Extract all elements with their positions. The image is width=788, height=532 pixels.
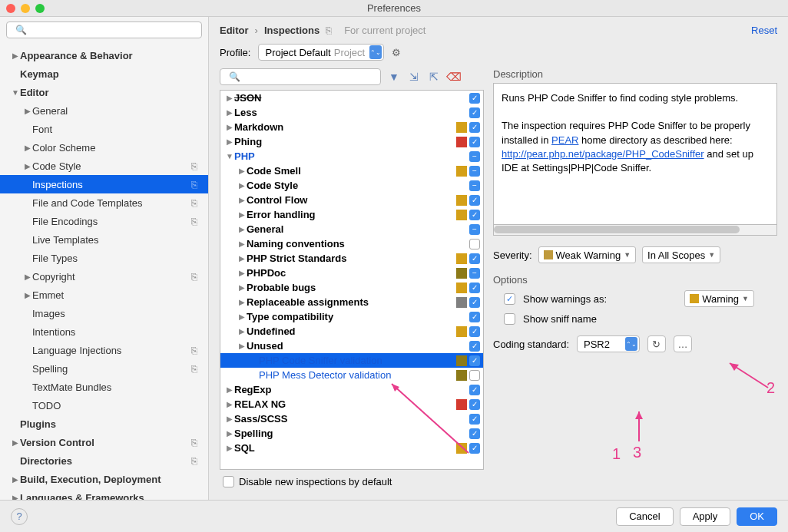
- inspection-checkbox[interactable]: ✓: [469, 297, 480, 308]
- inspection-checkbox[interactable]: −: [469, 166, 480, 177]
- inspection-checkbox[interactable]: ✓: [469, 355, 480, 366]
- cancel-button[interactable]: Cancel: [616, 507, 673, 526]
- filter-icon[interactable]: ▼: [387, 70, 401, 84]
- sidebar-item[interactable]: ▼Editor: [0, 83, 208, 101]
- inspection-row[interactable]: ▶Undefined✓: [220, 324, 483, 339]
- sidebar-item[interactable]: File Encodings⎘: [0, 212, 208, 230]
- inspection-row[interactable]: ▶Naming conventions: [220, 236, 483, 251]
- sidebar-item[interactable]: Plugins: [0, 415, 208, 433]
- inspection-row[interactable]: ▶RELAX NG✓: [220, 397, 483, 411]
- inspection-row[interactable]: ▶Type compatibility✓: [220, 309, 483, 324]
- inspection-row[interactable]: ▶Code Smell−: [220, 164, 483, 178]
- inspection-checkbox[interactable]: ✓: [469, 93, 480, 104]
- inspection-checkbox[interactable]: ✓: [469, 137, 480, 147]
- sidebar-item[interactable]: Images: [0, 304, 208, 322]
- sidebar-item[interactable]: Keymap: [0, 64, 208, 83]
- inspection-row[interactable]: ▶Error handling✓: [220, 207, 483, 222]
- ok-button[interactable]: OK: [737, 507, 777, 526]
- pear-link[interactable]: PEAR: [551, 134, 578, 146]
- inspection-row[interactable]: ▶PHPDoc−: [220, 266, 483, 280]
- sidebar-item[interactable]: Live Templates: [0, 230, 208, 249]
- expand-all-icon[interactable]: ⇲: [407, 70, 421, 84]
- sidebar-item[interactable]: ▶Emmet: [0, 286, 208, 304]
- inspection-row[interactable]: ▶Sass/SCSS✓: [220, 411, 483, 426]
- sidebar-item[interactable]: File and Code Templates⎘: [0, 193, 208, 212]
- gear-icon[interactable]: ⚙: [392, 47, 401, 58]
- sidebar-item[interactable]: ▶Code Style⎘: [0, 157, 208, 175]
- description-scrollbar[interactable]: [493, 225, 777, 236]
- inspection-checkbox[interactable]: ✓: [469, 283, 480, 293]
- collapse-all-icon[interactable]: ⇱: [427, 70, 441, 84]
- reset-filter-icon[interactable]: ⌫: [447, 70, 461, 84]
- sidebar-tree[interactable]: ▶Appearance & BehaviorKeymap▼Editor▶Gene…: [0, 43, 208, 500]
- sidebar-item[interactable]: ▶Copyright⎘: [0, 267, 208, 286]
- inspection-checkbox[interactable]: −: [469, 224, 480, 235]
- inspection-row[interactable]: PHP Code Sniffer validation✓: [220, 353, 483, 368]
- inspection-row[interactable]: PHP Mess Detector validation: [220, 368, 483, 382]
- inspection-row[interactable]: ▶Code Style−: [220, 178, 483, 193]
- inspection-checkbox[interactable]: ✓: [469, 195, 480, 206]
- apply-button[interactable]: Apply: [680, 507, 731, 526]
- inspection-checkbox[interactable]: ✓: [469, 210, 480, 220]
- inspection-row[interactable]: ▶Probable bugs✓: [220, 280, 483, 295]
- show-warnings-checkbox[interactable]: ✓: [504, 293, 515, 305]
- sidebar-item[interactable]: ▶Languages & Frameworks: [0, 488, 208, 500]
- inspection-row[interactable]: ▶General−: [220, 222, 483, 236]
- inspection-checkbox[interactable]: ✓: [469, 326, 480, 337]
- inspection-checkbox[interactable]: ✓: [469, 107, 480, 118]
- warning-level-select[interactable]: Warning ▼: [684, 290, 754, 307]
- breadcrumb-root[interactable]: Editor: [220, 25, 249, 36]
- sidebar-item[interactable]: ▶General: [0, 101, 208, 120]
- reset-link[interactable]: Reset: [751, 25, 777, 36]
- zoom-window-button[interactable]: [35, 4, 45, 13]
- browse-button[interactable]: …: [674, 335, 692, 352]
- inspection-checkbox[interactable]: [469, 370, 480, 381]
- help-button[interactable]: ?: [11, 508, 28, 525]
- coding-standard-select[interactable]: PSR2 ⌃⌄: [577, 335, 640, 352]
- inspection-search-input[interactable]: [220, 68, 381, 85]
- sidebar-search-input[interactable]: [6, 21, 202, 38]
- inspection-row[interactable]: ▶Phing✓: [220, 134, 483, 149]
- inspection-row[interactable]: ▶SQL✓: [220, 441, 483, 455]
- sidebar-item[interactable]: Intentions: [0, 322, 208, 341]
- inspection-checkbox[interactable]: ✓: [469, 385, 480, 395]
- inspection-checkbox[interactable]: −: [469, 180, 480, 191]
- inspection-checkbox[interactable]: −: [469, 151, 480, 162]
- inspection-checkbox[interactable]: [469, 239, 480, 249]
- inspection-checkbox[interactable]: ✓: [469, 443, 480, 454]
- inspection-tree[interactable]: ▶JSON✓▶Less✓▶Markdown✓▶Phing✓▼PHP−▶Code …: [220, 90, 484, 470]
- inspection-checkbox[interactable]: ✓: [469, 122, 480, 133]
- close-window-button[interactable]: [6, 4, 15, 13]
- codesniffer-link[interactable]: http://pear.php.net/package/PHP_CodeSnif…: [502, 148, 704, 160]
- sidebar-item[interactable]: Language Injections⎘: [0, 341, 208, 359]
- inspection-checkbox[interactable]: ✓: [469, 341, 480, 352]
- sidebar-item[interactable]: ▶Build, Execution, Deployment: [0, 470, 208, 488]
- inspection-row[interactable]: ▶Spelling✓: [220, 426, 483, 441]
- inspection-row[interactable]: ▶RegExp✓: [220, 382, 483, 397]
- inspection-checkbox[interactable]: ✓: [469, 414, 480, 425]
- inspection-row[interactable]: ▶Replaceable assignments✓: [220, 295, 483, 309]
- sidebar-item[interactable]: Directories⎘: [0, 451, 208, 470]
- refresh-button[interactable]: ↻: [647, 335, 666, 352]
- inspection-row[interactable]: ▶Unused✓: [220, 339, 483, 353]
- inspection-row[interactable]: ▶Markdown✓: [220, 120, 483, 134]
- sidebar-item[interactable]: Spelling⎘: [0, 359, 208, 378]
- inspection-checkbox[interactable]: ✓: [469, 428, 480, 439]
- inspection-row[interactable]: ▼PHP−: [220, 149, 483, 164]
- inspection-row[interactable]: ▶JSON✓: [220, 91, 483, 105]
- sidebar-item[interactable]: TODO: [0, 396, 208, 415]
- sidebar-item[interactable]: File Types: [0, 249, 208, 267]
- inspection-checkbox[interactable]: −: [469, 268, 480, 279]
- sidebar-item[interactable]: Font: [0, 120, 208, 138]
- sidebar-item[interactable]: ▶Appearance & Behavior: [0, 46, 208, 64]
- inspection-checkbox[interactable]: ✓: [469, 312, 480, 322]
- sidebar-item[interactable]: TextMate Bundles: [0, 378, 208, 396]
- inspection-row[interactable]: ▶Control Flow✓: [220, 193, 483, 207]
- profile-select[interactable]: Project Default Project ⌃⌄: [258, 44, 384, 61]
- sidebar-item[interactable]: Inspections⎘: [0, 175, 208, 193]
- inspection-checkbox[interactable]: ✓: [469, 399, 480, 410]
- show-sniff-checkbox[interactable]: [504, 313, 515, 325]
- inspection-row[interactable]: ▶PHP Strict Standards✓: [220, 251, 483, 266]
- severity-select[interactable]: Weak Warning ▼: [538, 246, 636, 263]
- disable-new-checkbox[interactable]: [223, 476, 234, 487]
